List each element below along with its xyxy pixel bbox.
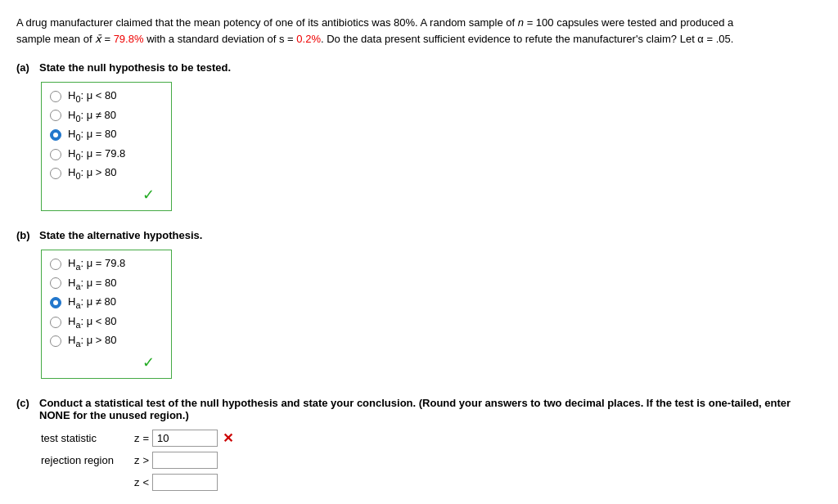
radio-a3-label: H0: μ = 80 bbox=[68, 128, 116, 142]
radio-b1-circle[interactable] bbox=[50, 259, 61, 270]
test-statistic-row: test statistic z = ✕ bbox=[41, 430, 822, 447]
rejection-region-z1: z bbox=[134, 454, 140, 466]
radio-b1-label: Ha: μ = 79.8 bbox=[68, 257, 125, 272]
radio-b2[interactable]: Ha: μ = 80 bbox=[50, 277, 160, 291]
radio-b3-circle[interactable] bbox=[50, 297, 61, 308]
rejection-region-gt: > bbox=[143, 454, 150, 466]
radio-a2[interactable]: H0: μ ≠ 80 bbox=[50, 109, 160, 124]
radio-a5-label: H0: μ > 80 bbox=[68, 166, 116, 181]
part-a-radio-group: H0: μ < 80 H0: μ ≠ 80 H0: μ = 80 H0: μ =… bbox=[41, 82, 172, 211]
section-c: (c) Conduct a statistical test of the nu… bbox=[16, 397, 822, 491]
rejection-region-lt-row: z < bbox=[41, 474, 822, 491]
radio-a2-label: H0: μ ≠ 80 bbox=[68, 109, 116, 124]
intro-text-2: sample mean of x̄ = 79.8% with a standar… bbox=[16, 33, 733, 45]
part-a-checkmark: ✓ bbox=[142, 186, 155, 204]
radio-b4-label: Ha: μ < 80 bbox=[68, 315, 116, 330]
part-b-letter: (b) bbox=[16, 229, 33, 241]
intro-text-1: A drug manufacturer claimed that the mea… bbox=[16, 16, 733, 29]
part-a-letter: (a) bbox=[16, 61, 33, 74]
radio-a2-circle[interactable] bbox=[50, 110, 61, 121]
radio-a1-label: H0: μ < 80 bbox=[68, 89, 116, 104]
part-b-checkmark: ✓ bbox=[142, 353, 155, 371]
xbar-value: 79.8% bbox=[114, 33, 144, 45]
test-statistic-z: z bbox=[134, 432, 140, 444]
test-statistic-error-icon: ✕ bbox=[223, 430, 233, 446]
radio-a4[interactable]: H0: μ = 79.8 bbox=[50, 147, 160, 162]
rejection-region-gt-input[interactable] bbox=[152, 452, 218, 469]
radio-b4-circle[interactable] bbox=[50, 317, 61, 328]
radio-a5[interactable]: H0: μ > 80 bbox=[50, 166, 160, 181]
test-statistic-equals: = bbox=[143, 432, 150, 444]
rejection-region-z2: z bbox=[134, 476, 140, 488]
test-statistic-input[interactable] bbox=[152, 430, 218, 447]
radio-b5-label: Ha: μ > 80 bbox=[68, 334, 116, 349]
part-a-question: State the null hypothesis to be tested. bbox=[39, 61, 231, 74]
radio-b3-label: Ha: μ ≠ 80 bbox=[68, 295, 116, 310]
radio-a3[interactable]: H0: μ = 80 bbox=[50, 128, 160, 142]
rejection-region-label: rejection region bbox=[41, 454, 131, 466]
radio-a4-circle[interactable] bbox=[50, 149, 61, 160]
radio-b2-circle[interactable] bbox=[50, 277, 61, 289]
rejection-region-gt-row: rejection region z > bbox=[41, 452, 822, 469]
test-statistic-label: test statistic bbox=[41, 432, 131, 444]
radio-a1-circle[interactable] bbox=[50, 91, 61, 102]
intro-paragraph: A drug manufacturer claimed that the mea… bbox=[16, 15, 822, 47]
s-value: 0.2% bbox=[296, 33, 321, 45]
radio-a1[interactable]: H0: μ < 80 bbox=[50, 89, 160, 104]
radio-a3-circle[interactable] bbox=[50, 129, 61, 141]
radio-b1[interactable]: Ha: μ = 79.8 bbox=[50, 257, 160, 272]
part-c-form: test statistic z = ✕ rejection region z … bbox=[41, 430, 822, 491]
section-a: (a) State the null hypothesis to be test… bbox=[16, 61, 822, 211]
radio-b3[interactable]: Ha: μ ≠ 80 bbox=[50, 295, 160, 310]
part-c-letter: (c) bbox=[16, 397, 33, 409]
part-b-question: State the alternative hypothesis. bbox=[39, 229, 202, 241]
radio-b2-label: Ha: μ = 80 bbox=[68, 277, 116, 291]
part-b-radio-group: Ha: μ = 79.8 Ha: μ = 80 Ha: μ ≠ 80 Ha: μ… bbox=[41, 250, 172, 379]
radio-b5-circle[interactable] bbox=[50, 335, 61, 347]
section-b: (b) State the alternative hypothesis. Ha… bbox=[16, 229, 822, 379]
radio-a4-label: H0: μ = 79.8 bbox=[68, 147, 125, 162]
radio-a5-circle[interactable] bbox=[50, 168, 61, 179]
radio-b4[interactable]: Ha: μ < 80 bbox=[50, 315, 160, 330]
rejection-region-lt-input[interactable] bbox=[152, 474, 218, 491]
part-c-question: Conduct a statistical test of the null h… bbox=[39, 397, 822, 421]
radio-b5[interactable]: Ha: μ > 80 bbox=[50, 334, 160, 349]
rejection-region-lt: < bbox=[143, 476, 150, 488]
